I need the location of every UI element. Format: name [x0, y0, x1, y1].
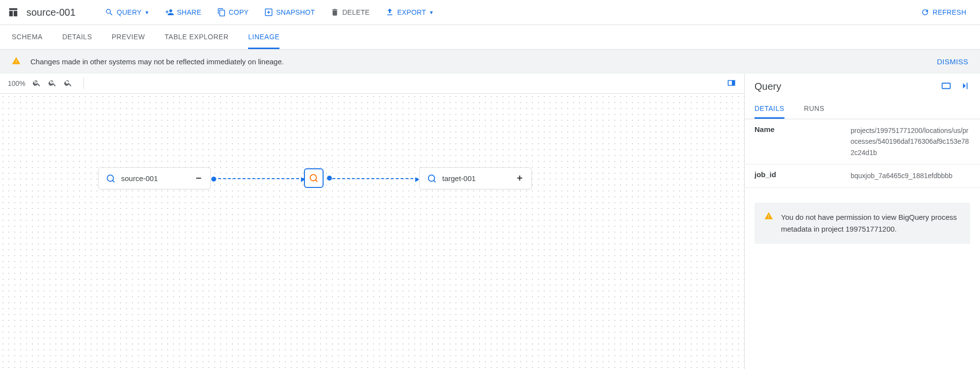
panel-layout-icon[interactable]: [941, 80, 952, 93]
bigquery-icon: [427, 173, 437, 184]
refresh-button[interactable]: REFRESH: [915, 5, 972, 20]
info-banner: Changes made in other systems may not be…: [0, 50, 980, 74]
side-panel-title: Query: [754, 81, 933, 92]
table-icon: [8, 7, 19, 18]
edge-dot: [211, 177, 216, 182]
collapse-panel-icon[interactable]: [959, 80, 970, 93]
detail-row-jobid: job_id bquxjob_7a6465c9_1881efdbbbb: [745, 164, 980, 187]
copy-icon: [217, 8, 226, 17]
svg-rect-5: [967, 83, 968, 89]
tab-table-explorer[interactable]: TABLE EXPLORER: [165, 25, 228, 49]
lineage-edge: [213, 178, 304, 179]
lineage-node-source[interactable]: source-001 −: [98, 167, 211, 189]
zoom-level: 100%: [8, 79, 25, 87]
expand-icon[interactable]: +: [515, 173, 525, 184]
expand-panel-icon[interactable]: [727, 78, 736, 89]
lineage-canvas-area: 100% source-001 −: [0, 74, 745, 369]
zoom-in-icon[interactable]: [32, 79, 41, 89]
refresh-icon: [921, 8, 930, 17]
banner-text: Changes made in other systems may not be…: [30, 57, 927, 66]
snapshot-button[interactable]: SNAPSHOT: [258, 5, 321, 20]
side-tab-details[interactable]: DETAILS: [754, 100, 784, 119]
search-icon: [105, 8, 114, 17]
content-row: 100% source-001 −: [0, 74, 980, 369]
bigquery-icon: [308, 173, 319, 184]
side-panel-tabs: DETAILS RUNS: [745, 100, 980, 119]
lineage-canvas[interactable]: source-001 − target-001 +: [0, 94, 744, 369]
zoom-out-icon[interactable]: [48, 79, 57, 89]
person-add-icon: [165, 8, 174, 17]
canvas-toolbar: 100%: [0, 74, 744, 94]
copy-button[interactable]: COPY: [211, 5, 255, 20]
divider: [83, 78, 84, 89]
warning-icon: [12, 56, 21, 67]
detail-key: job_id: [754, 170, 843, 181]
chevron-down-icon: ▼: [145, 10, 150, 15]
snapshot-icon: [264, 8, 273, 17]
tab-preview[interactable]: PREVIEW: [112, 25, 145, 49]
arrow-icon: [415, 177, 419, 182]
svg-point-1: [107, 175, 114, 181]
side-tab-runs[interactable]: RUNS: [804, 100, 825, 119]
warning-icon: [764, 211, 773, 235]
lineage-process-node[interactable]: [304, 168, 324, 188]
export-button[interactable]: EXPORT ▼: [379, 5, 440, 20]
detail-value: bquxjob_7a6465c9_1881efdbbbb: [851, 170, 970, 181]
permission-warning-text: You do not have permission to view BigQu…: [781, 211, 960, 235]
delete-button[interactable]: DELETE: [325, 5, 376, 20]
page-title: source-001: [26, 7, 75, 18]
tab-lineage[interactable]: LINEAGE: [248, 25, 279, 49]
tab-details[interactable]: DETAILS: [62, 25, 92, 49]
detail-key: Name: [754, 125, 843, 158]
detail-row-name: Name projects/199751771200/locations/us/…: [745, 119, 980, 164]
lineage-edge: [332, 178, 418, 179]
tab-schema[interactable]: SCHEMA: [12, 25, 43, 49]
edge-dot: [327, 176, 332, 181]
dismiss-button[interactable]: DISMISS: [937, 57, 968, 66]
top-toolbar: source-001 QUERY ▼ SHARE COPY SNAPSHOT D…: [0, 0, 980, 25]
chevron-down-icon: ▼: [429, 10, 434, 15]
query-button[interactable]: QUERY ▼: [99, 5, 155, 20]
side-panel-header: Query: [745, 74, 980, 100]
lineage-node-target[interactable]: target-001 +: [419, 167, 532, 189]
node-label: source-001: [121, 174, 189, 183]
node-label: target-001: [442, 174, 510, 183]
upload-icon: [385, 8, 394, 17]
share-button[interactable]: SHARE: [159, 5, 207, 20]
zoom-reset-icon[interactable]: [64, 79, 73, 89]
svg-point-2: [310, 175, 317, 181]
bigquery-icon: [105, 173, 116, 184]
collapse-icon[interactable]: −: [194, 173, 203, 184]
svg-point-3: [428, 175, 435, 181]
detail-value: projects/199751771200/locations/us/proce…: [851, 125, 970, 158]
svg-rect-4: [942, 83, 951, 89]
permission-warning-box: You do not have permission to view BigQu…: [754, 203, 970, 244]
details-side-panel: Query DETAILS RUNS Name projects/1997517…: [745, 74, 980, 369]
main-tabs: SCHEMA DETAILS PREVIEW TABLE EXPLORER LI…: [0, 25, 980, 50]
trash-icon: [330, 8, 339, 17]
